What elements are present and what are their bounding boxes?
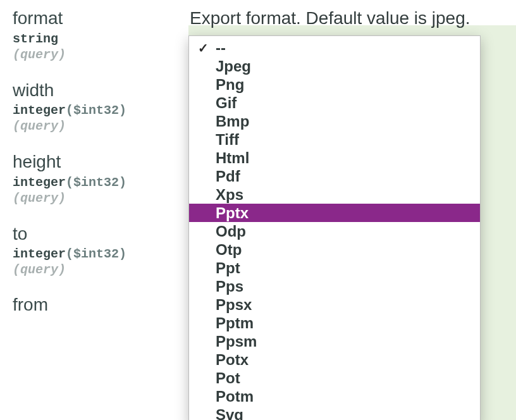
dropdown-option[interactable]: Xps <box>189 185 480 204</box>
dropdown-option[interactable]: Ppt <box>189 259 480 277</box>
check-icon: ✓ <box>198 42 213 54</box>
dropdown-option-label: Xps <box>216 187 243 202</box>
dropdown-option-label: Pps <box>216 279 243 294</box>
dropdown-option[interactable]: Potx <box>189 350 480 369</box>
param-type: string <box>13 32 190 46</box>
param-height: height integer($int32) (query) <box>13 151 190 206</box>
param-name: height <box>13 151 190 173</box>
param-name: to <box>13 223 190 245</box>
dropdown-option[interactable]: Potm <box>189 387 480 405</box>
dropdown-option-label: Pptx <box>216 206 249 221</box>
dropdown-option[interactable]: Otp <box>189 240 480 259</box>
dropdown-option-label: Pot <box>216 371 240 386</box>
dropdown-option-label: Ppt <box>216 261 240 276</box>
format-dropdown[interactable]: ✓--JpegPngGifBmpTiffHtmlPdfXpsPptxOdpOtp… <box>188 35 481 420</box>
dropdown-option-label: Png <box>216 77 244 92</box>
dropdown-option[interactable]: Svg <box>189 405 480 420</box>
param-to: to integer($int32) (query) <box>13 223 190 278</box>
dropdown-option-label: Tiff <box>216 132 239 147</box>
param-name: format <box>13 8 190 29</box>
param-width: width integer($int32) (query) <box>13 80 190 134</box>
dropdown-option[interactable]: Jpeg <box>189 57 480 75</box>
dropdown-option-label: -- <box>216 40 226 56</box>
dropdown-option-label: Potx <box>216 352 249 368</box>
dropdown-option-label: Ppsm <box>216 334 257 349</box>
dropdown-option-label: Gif <box>216 96 236 111</box>
dropdown-option[interactable]: Pps <box>189 277 480 295</box>
dropdown-option-label: Ppsx <box>216 297 252 312</box>
dropdown-option[interactable]: Ppsx <box>189 295 480 314</box>
dropdown-option[interactable]: Pptm <box>189 314 480 332</box>
param-location: (query) <box>13 191 190 206</box>
param-location: (query) <box>13 47 190 62</box>
dropdown-option[interactable]: Html <box>189 149 480 167</box>
dropdown-option[interactable]: Tiff <box>189 130 480 149</box>
dropdown-option-label: Otp <box>216 242 242 257</box>
dropdown-option[interactable]: ✓-- <box>189 39 480 57</box>
dropdown-option[interactable]: Pot <box>189 369 480 387</box>
param-from-partial: from <box>13 295 190 315</box>
dropdown-option[interactable]: Odp <box>189 222 480 240</box>
dropdown-option[interactable]: Png <box>189 75 480 94</box>
dropdown-option-label: Odp <box>216 224 246 239</box>
dropdown-option-label: Html <box>216 151 249 166</box>
dropdown-option-label: Potm <box>216 389 254 404</box>
dropdown-option[interactable]: Pdf <box>189 167 480 185</box>
description-column: Export format. Default value is jpeg. ✓-… <box>190 8 503 315</box>
dropdown-option-label: Bmp <box>216 114 249 129</box>
dropdown-option[interactable]: Ppsm <box>189 332 480 350</box>
param-type: integer($int32) <box>13 103 190 118</box>
parameters-column: format string (query) width integer($int… <box>13 8 190 315</box>
dropdown-option-label: Pdf <box>216 169 240 184</box>
param-format: format string (query) <box>13 8 190 62</box>
param-name: width <box>13 80 190 101</box>
dropdown-option[interactable]: Pptx <box>189 204 480 222</box>
param-location: (query) <box>13 119 190 133</box>
dropdown-option-label: Jpeg <box>216 59 251 74</box>
param-type: integer($int32) <box>13 175 190 190</box>
dropdown-option[interactable]: Bmp <box>189 112 480 130</box>
dropdown-option-label: Pptm <box>216 316 254 331</box>
param-location: (query) <box>13 262 190 277</box>
param-description: Export format. Default value is jpeg. <box>190 8 503 29</box>
dropdown-option[interactable]: Gif <box>189 94 480 112</box>
param-type: integer($int32) <box>13 247 190 261</box>
api-param-panel: format string (query) width integer($int… <box>0 0 516 315</box>
dropdown-option-label: Svg <box>216 407 243 421</box>
